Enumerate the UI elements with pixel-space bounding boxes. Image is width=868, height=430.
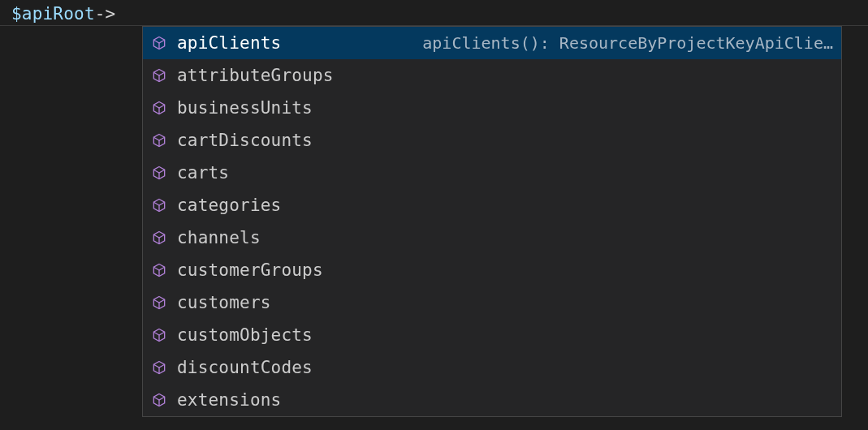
- method-icon: [149, 131, 169, 150]
- method-icon: [149, 196, 169, 215]
- method-icon: [149, 358, 169, 377]
- suggestion-label: apiClients: [177, 33, 281, 53]
- method-icon: [149, 98, 169, 118]
- suggestion-item[interactable]: apiClientsapiClients(): ResourceByProjec…: [143, 27, 841, 59]
- method-icon: [151, 327, 167, 343]
- method-icon: [149, 228, 169, 247]
- method-icon: [149, 33, 169, 53]
- method-icon: [151, 165, 167, 181]
- suggestion-label: attributeGroups: [177, 66, 334, 85]
- suggestion-item[interactable]: cartDiscounts: [143, 124, 841, 157]
- suggestion-label: discountCodes: [177, 358, 313, 377]
- suggestion-item[interactable]: categories: [143, 189, 841, 221]
- method-icon: [149, 66, 169, 85]
- suggestion-item[interactable]: customObjects: [143, 319, 841, 351]
- suggestion-item[interactable]: attributeGroups: [143, 59, 841, 92]
- method-icon: [151, 262, 167, 278]
- method-icon: [151, 392, 167, 408]
- method-icon: [151, 359, 167, 376]
- method-icon: [151, 197, 167, 213]
- method-icon: [151, 35, 167, 51]
- suggestion-label: channels: [177, 228, 261, 247]
- suggestion-label: carts: [177, 163, 229, 183]
- suggestion-label: customers: [177, 293, 271, 312]
- suggestion-label: customerGroups: [177, 260, 323, 280]
- method-icon: [149, 390, 169, 410]
- method-icon: [149, 260, 169, 280]
- suggestion-label: customObjects: [177, 325, 313, 345]
- method-icon: [149, 325, 169, 345]
- suggestion-detail: apiClients(): ResourceByProjectKeyApiCli…: [281, 33, 833, 53]
- token-variable: $apiRoot: [11, 4, 95, 24]
- method-icon: [151, 230, 167, 246]
- method-icon: [149, 293, 169, 312]
- suggestion-label: extensions: [177, 390, 281, 410]
- suggestion-item[interactable]: customerGroups: [143, 254, 841, 286]
- suggestion-label: businessUnits: [177, 98, 313, 118]
- autocomplete-popup[interactable]: apiClientsapiClients(): ResourceByProjec…: [142, 26, 842, 417]
- token-operator: ->: [95, 4, 116, 24]
- suggestion-item[interactable]: extensions: [143, 384, 841, 416]
- suggestion-item[interactable]: businessUnits: [143, 92, 841, 124]
- method-icon: [151, 132, 167, 148]
- method-icon: [151, 100, 167, 116]
- method-icon: [149, 163, 169, 183]
- suggestion-item[interactable]: carts: [143, 157, 841, 189]
- code-line[interactable]: $apiRoot->: [0, 0, 868, 26]
- method-icon: [151, 67, 167, 84]
- suggestion-label: categories: [177, 196, 281, 215]
- suggestion-label: cartDiscounts: [177, 131, 313, 150]
- method-icon: [151, 295, 167, 311]
- suggestion-item[interactable]: channels: [143, 221, 841, 254]
- suggestion-item[interactable]: discountCodes: [143, 351, 841, 384]
- suggestion-item[interactable]: customers: [143, 286, 841, 319]
